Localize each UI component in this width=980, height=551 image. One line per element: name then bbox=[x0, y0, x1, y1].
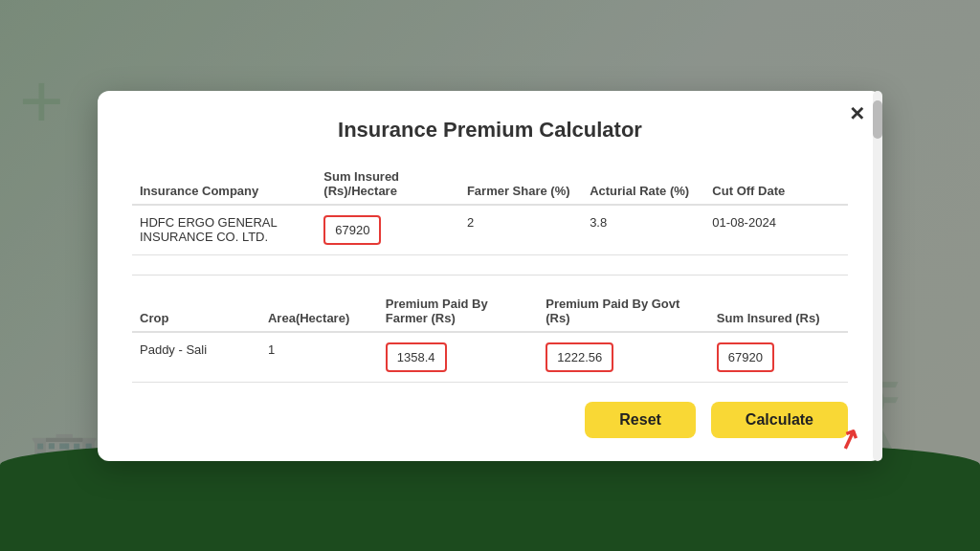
col-header-ppbg: Premium Paid By Govt (Rs) bbox=[538, 291, 709, 332]
si-value: 67920 bbox=[717, 342, 774, 372]
crop-name: Paddy - Sali bbox=[132, 332, 260, 383]
scrollbar-thumb[interactable] bbox=[873, 100, 882, 139]
col-header-cut-off-date: Cut Off Date bbox=[704, 164, 848, 205]
calculate-button[interactable]: Calculate ↗ bbox=[711, 402, 848, 438]
insurance-row: HDFC ERGO GENERAL INSURANCE CO. LTD. 679… bbox=[132, 205, 848, 255]
col-header-si: Sum Insured (Rs) bbox=[709, 291, 848, 332]
acturial-rate-cell: 3.8 bbox=[582, 205, 704, 255]
reset-button[interactable]: Reset bbox=[585, 402, 696, 438]
col-header-sum-insured: Sum Insured (Rs)/Hectare bbox=[316, 164, 459, 205]
modal-container: ✕ Insurance Premium Calculator Insurance… bbox=[98, 91, 882, 461]
sum-insured-value: 67920 bbox=[323, 215, 381, 245]
ppbg-cell: 1222.56 bbox=[538, 332, 709, 383]
farmer-share-cell: 2 bbox=[459, 205, 582, 255]
col-header-crop: Crop bbox=[132, 291, 260, 332]
col-header-company: Insurance Company bbox=[132, 164, 316, 205]
cursor-arrow-icon: ↗ bbox=[833, 421, 864, 458]
section-divider bbox=[132, 275, 848, 276]
button-row: Reset Calculate ↗ bbox=[132, 402, 848, 438]
modal-title: Insurance Premium Calculator bbox=[132, 118, 848, 143]
close-button[interactable]: ✕ bbox=[849, 104, 865, 123]
col-header-farmer-share: Farmer Share (%) bbox=[459, 164, 582, 205]
cut-off-date-cell: 01-08-2024 bbox=[704, 205, 848, 255]
col-header-area: Area(Hectare) bbox=[260, 291, 378, 332]
area-value: 1 bbox=[260, 332, 378, 383]
calculate-label: Calculate bbox=[746, 411, 813, 428]
premium-row: Paddy - Sali 1 1358.4 1222.56 67920 bbox=[132, 332, 848, 383]
col-header-acturial-rate: Acturial Rate (%) bbox=[582, 164, 704, 205]
ppbg-value: 1222.56 bbox=[546, 342, 613, 372]
scrollbar-track[interactable] bbox=[873, 91, 882, 461]
si-cell: 67920 bbox=[709, 332, 848, 383]
ppbf-value: 1358.4 bbox=[386, 342, 447, 372]
sum-insured-cell: 67920 bbox=[316, 205, 459, 255]
insurance-table: Insurance Company Sum Insured (Rs)/Hecta… bbox=[132, 164, 848, 255]
company-name: HDFC ERGO GENERAL INSURANCE CO. LTD. bbox=[132, 205, 316, 255]
col-header-ppbf: Premium Paid By Farmer (Rs) bbox=[378, 291, 538, 332]
ppbf-cell: 1358.4 bbox=[378, 332, 538, 383]
premium-table: Crop Area(Hectare) Premium Paid By Farme… bbox=[132, 291, 848, 383]
